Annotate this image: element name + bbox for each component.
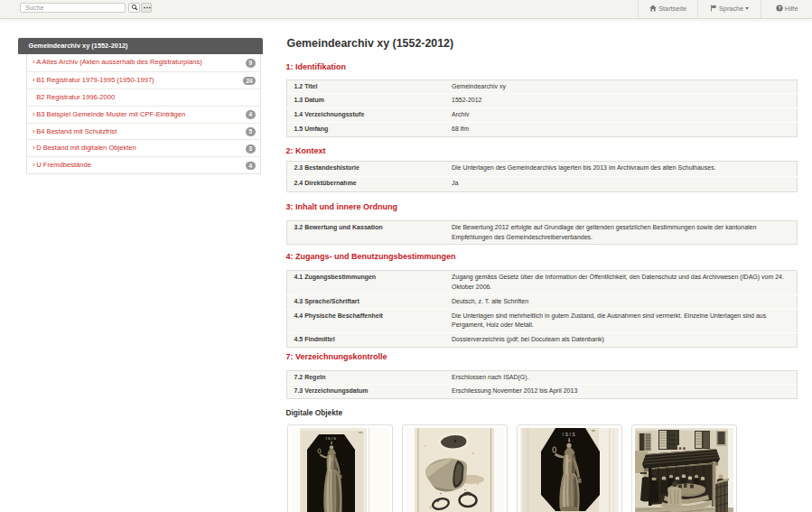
svg-text:?: ? bbox=[778, 5, 781, 11]
svg-text:ISIS: ISIS bbox=[563, 433, 576, 437]
svg-text:ISIS: ISIS bbox=[326, 436, 338, 441]
